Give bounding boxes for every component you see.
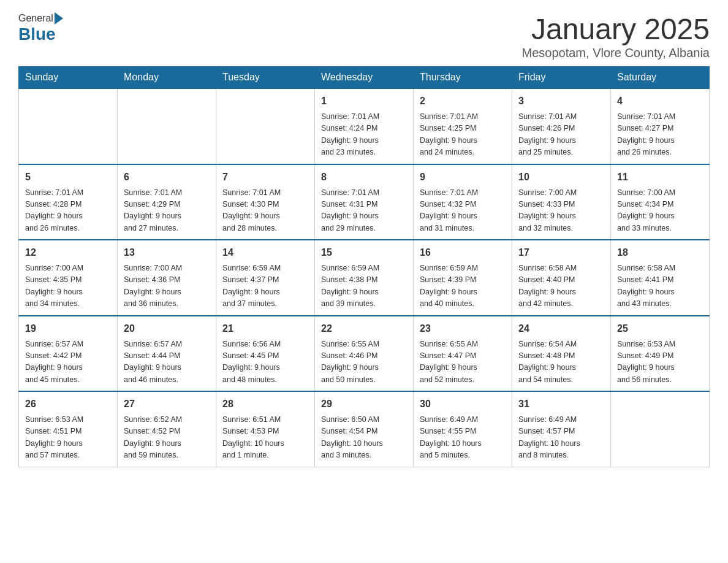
day-number: 2	[420, 94, 506, 109]
calendar-cell: 29Sunrise: 6:50 AM Sunset: 4:54 PM Dayli…	[315, 391, 414, 467]
day-info: Sunrise: 6:49 AM Sunset: 4:55 PM Dayligh…	[420, 414, 506, 462]
day-info: Sunrise: 7:01 AM Sunset: 4:31 PM Dayligh…	[321, 187, 407, 235]
calendar-header: SundayMondayTuesdayWednesdayThursdayFrid…	[19, 67, 710, 89]
day-info: Sunrise: 6:56 AM Sunset: 4:45 PM Dayligh…	[222, 339, 308, 386]
day-info: Sunrise: 7:01 AM Sunset: 4:26 PM Dayligh…	[518, 111, 604, 159]
day-info: Sunrise: 6:54 AM Sunset: 4:48 PM Dayligh…	[518, 339, 604, 386]
calendar-cell: 5Sunrise: 7:01 AM Sunset: 4:28 PM Daylig…	[19, 164, 118, 240]
calendar-cell: 27Sunrise: 6:52 AM Sunset: 4:52 PM Dayli…	[118, 391, 216, 467]
page-header: GeneralBlue January 2025 Mesopotam, Vlor…	[18, 12, 710, 60]
calendar-cell	[118, 88, 216, 164]
day-number: 3	[518, 94, 604, 109]
day-number: 20	[124, 321, 210, 336]
calendar-cell: 12Sunrise: 7:00 AM Sunset: 4:35 PM Dayli…	[19, 240, 118, 316]
calendar-cell: 7Sunrise: 7:01 AM Sunset: 4:30 PM Daylig…	[216, 164, 315, 240]
day-number: 10	[518, 170, 604, 185]
day-info: Sunrise: 7:00 AM Sunset: 4:33 PM Dayligh…	[518, 187, 604, 235]
calendar-cell: 22Sunrise: 6:55 AM Sunset: 4:46 PM Dayli…	[315, 316, 414, 392]
day-info: Sunrise: 6:50 AM Sunset: 4:54 PM Dayligh…	[321, 414, 407, 462]
day-number: 27	[124, 397, 210, 412]
calendar-week-5: 26Sunrise: 6:53 AM Sunset: 4:51 PM Dayli…	[19, 391, 710, 467]
day-number: 13	[124, 245, 210, 260]
day-number: 19	[25, 321, 111, 336]
calendar-cell	[611, 391, 710, 467]
calendar-cell: 10Sunrise: 7:00 AM Sunset: 4:33 PM Dayli…	[512, 164, 611, 240]
calendar-cell: 17Sunrise: 6:58 AM Sunset: 4:40 PM Dayli…	[512, 240, 611, 316]
day-info: Sunrise: 7:01 AM Sunset: 4:24 PM Dayligh…	[321, 111, 407, 159]
calendar-cell: 23Sunrise: 6:55 AM Sunset: 4:47 PM Dayli…	[414, 316, 512, 392]
calendar-week-4: 19Sunrise: 6:57 AM Sunset: 4:42 PM Dayli…	[19, 316, 710, 392]
day-number: 9	[420, 170, 506, 185]
day-info: Sunrise: 6:59 AM Sunset: 4:37 PM Dayligh…	[222, 262, 308, 310]
day-number: 15	[321, 245, 407, 260]
day-info: Sunrise: 7:00 AM Sunset: 4:36 PM Dayligh…	[124, 262, 210, 310]
day-number: 1	[321, 94, 407, 109]
location-title: Mesopotam, Vlore County, Albania	[522, 46, 710, 60]
day-number: 11	[617, 170, 703, 185]
day-number: 7	[222, 170, 308, 185]
logo-arrow-icon	[55, 12, 63, 25]
day-header-friday: Friday	[512, 67, 611, 89]
day-info: Sunrise: 7:00 AM Sunset: 4:34 PM Dayligh…	[617, 187, 703, 235]
day-header-thursday: Thursday	[414, 67, 512, 89]
calendar-cell: 11Sunrise: 7:00 AM Sunset: 4:34 PM Dayli…	[611, 164, 710, 240]
calendar-body: 1Sunrise: 7:01 AM Sunset: 4:24 PM Daylig…	[19, 88, 710, 467]
calendar-cell: 14Sunrise: 6:59 AM Sunset: 4:37 PM Dayli…	[216, 240, 315, 316]
calendar-cell: 30Sunrise: 6:49 AM Sunset: 4:55 PM Dayli…	[414, 391, 512, 467]
title-section: January 2025 Mesopotam, Vlore County, Al…	[522, 12, 710, 60]
logo: GeneralBlue	[18, 12, 64, 44]
day-number: 29	[321, 397, 407, 412]
day-number: 4	[617, 94, 703, 109]
day-info: Sunrise: 6:55 AM Sunset: 4:47 PM Dayligh…	[420, 339, 506, 386]
day-info: Sunrise: 6:59 AM Sunset: 4:38 PM Dayligh…	[321, 262, 407, 310]
calendar-table: SundayMondayTuesdayWednesdayThursdayFrid…	[18, 66, 710, 467]
day-info: Sunrise: 7:01 AM Sunset: 4:27 PM Dayligh…	[617, 111, 703, 159]
day-info: Sunrise: 7:01 AM Sunset: 4:30 PM Dayligh…	[222, 187, 308, 235]
day-number: 24	[518, 321, 604, 336]
calendar-cell: 28Sunrise: 6:51 AM Sunset: 4:53 PM Dayli…	[216, 391, 315, 467]
calendar-week-2: 5Sunrise: 7:01 AM Sunset: 4:28 PM Daylig…	[19, 164, 710, 240]
day-info: Sunrise: 6:49 AM Sunset: 4:57 PM Dayligh…	[518, 414, 604, 462]
calendar-cell: 24Sunrise: 6:54 AM Sunset: 4:48 PM Dayli…	[512, 316, 611, 392]
day-info: Sunrise: 7:01 AM Sunset: 4:29 PM Dayligh…	[124, 187, 210, 235]
calendar-cell: 16Sunrise: 6:59 AM Sunset: 4:39 PM Dayli…	[414, 240, 512, 316]
day-info: Sunrise: 6:58 AM Sunset: 4:40 PM Dayligh…	[518, 262, 604, 310]
day-number: 28	[222, 397, 308, 412]
day-header-sunday: Sunday	[19, 67, 118, 89]
calendar-week-1: 1Sunrise: 7:01 AM Sunset: 4:24 PM Daylig…	[19, 88, 710, 164]
calendar-cell: 21Sunrise: 6:56 AM Sunset: 4:45 PM Dayli…	[216, 316, 315, 392]
day-number: 23	[420, 321, 506, 336]
day-header-tuesday: Tuesday	[216, 67, 315, 89]
day-info: Sunrise: 6:52 AM Sunset: 4:52 PM Dayligh…	[124, 414, 210, 462]
calendar-cell: 31Sunrise: 6:49 AM Sunset: 4:57 PM Dayli…	[512, 391, 611, 467]
calendar-cell	[19, 88, 118, 164]
calendar-cell: 6Sunrise: 7:01 AM Sunset: 4:29 PM Daylig…	[118, 164, 216, 240]
day-info: Sunrise: 6:57 AM Sunset: 4:42 PM Dayligh…	[25, 339, 111, 386]
day-number: 31	[518, 397, 604, 412]
calendar-week-3: 12Sunrise: 7:00 AM Sunset: 4:35 PM Dayli…	[19, 240, 710, 316]
day-number: 5	[25, 170, 111, 185]
day-number: 12	[25, 245, 111, 260]
calendar-cell: 3Sunrise: 7:01 AM Sunset: 4:26 PM Daylig…	[512, 88, 611, 164]
day-header-monday: Monday	[118, 67, 216, 89]
calendar-cell: 1Sunrise: 7:01 AM Sunset: 4:24 PM Daylig…	[315, 88, 414, 164]
day-info: Sunrise: 6:53 AM Sunset: 4:51 PM Dayligh…	[25, 414, 111, 462]
day-number: 8	[321, 170, 407, 185]
day-info: Sunrise: 6:51 AM Sunset: 4:53 PM Dayligh…	[222, 414, 308, 462]
day-header-wednesday: Wednesday	[315, 67, 414, 89]
day-info: Sunrise: 7:01 AM Sunset: 4:25 PM Dayligh…	[420, 111, 506, 159]
day-header-saturday: Saturday	[611, 67, 710, 89]
day-number: 16	[420, 245, 506, 260]
day-info: Sunrise: 7:01 AM Sunset: 4:28 PM Dayligh…	[25, 187, 111, 235]
day-number: 14	[222, 245, 308, 260]
day-info: Sunrise: 6:59 AM Sunset: 4:39 PM Dayligh…	[420, 262, 506, 310]
calendar-cell: 20Sunrise: 6:57 AM Sunset: 4:44 PM Dayli…	[118, 316, 216, 392]
day-number: 18	[617, 245, 703, 260]
day-number: 6	[124, 170, 210, 185]
day-info: Sunrise: 7:00 AM Sunset: 4:35 PM Dayligh…	[25, 262, 111, 310]
calendar-cell: 8Sunrise: 7:01 AM Sunset: 4:31 PM Daylig…	[315, 164, 414, 240]
calendar-cell: 19Sunrise: 6:57 AM Sunset: 4:42 PM Dayli…	[19, 316, 118, 392]
day-number: 17	[518, 245, 604, 260]
calendar-cell: 9Sunrise: 7:01 AM Sunset: 4:32 PM Daylig…	[414, 164, 512, 240]
month-title: January 2025	[522, 12, 710, 46]
